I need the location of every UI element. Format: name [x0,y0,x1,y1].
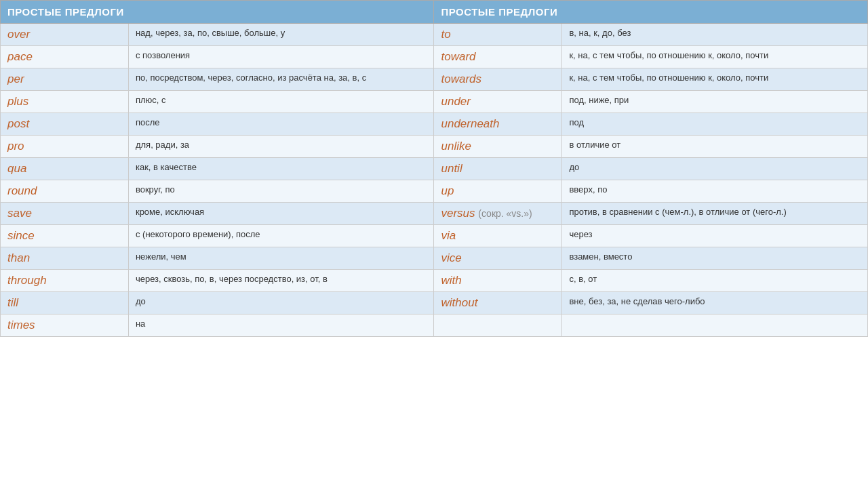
left-translation: на [128,314,434,337]
right-preposition: versus (сокр. «vs.») [434,203,562,225]
left-preposition: round [1,180,129,203]
right-translation [562,314,868,337]
right-preposition: towards [434,68,562,91]
right-translation: вне, без, за, не сделав чего-либо [562,292,868,314]
right-translation: с, в, от [562,270,868,292]
left-preposition: post [1,113,129,136]
right-preposition: with [434,270,562,292]
left-preposition: since [1,225,129,247]
right-preposition: up [434,180,562,203]
right-preposition [434,314,562,337]
right-preposition: unlike [434,136,562,158]
right-translation: в, на, к, до, без [562,24,868,46]
left-translation: как, в качестве [128,158,434,180]
table-row: saveкроме, исключаяversus (сокр. «vs.»)п… [1,203,868,225]
right-translation: в отличие от [562,136,868,158]
right-translation: под, ниже, при [562,91,868,113]
right-translation: вверх, по [562,180,868,203]
left-preposition: till [1,292,129,314]
right-preposition: under [434,91,562,113]
left-preposition: plus [1,91,129,113]
table-row: sinceс (некоторого времени), послеviaчер… [1,225,868,247]
table-row: thanнежели, чемviceвзамен, вместо [1,247,868,270]
left-preposition: qua [1,158,129,180]
right-preposition: toward [434,46,562,68]
right-translation: против, в сравнении с (чем-л.), в отличи… [562,203,868,225]
left-preposition: over [1,24,129,46]
right-preposition: without [434,292,562,314]
table-row: plusплюс, сunderпод, ниже, при [1,91,868,113]
table-row: tillдоwithoutвне, без, за, не сделав чег… [1,292,868,314]
left-translation: через, сквозь, по, в, через посредство, … [128,270,434,292]
left-translation: для, ради, за [128,136,434,158]
left-translation: до [128,292,434,314]
table-row: quaкак, в качествеuntilдо [1,158,868,180]
table-row: perпо, посредством, через, согласно, из … [1,68,868,91]
right-translation: к, на, с тем чтобы, по отношению к, окол… [562,46,868,68]
left-translation: кроме, исключая [128,203,434,225]
right-translation: через [562,225,868,247]
left-translation: с (некоторого времени), после [128,225,434,247]
left-translation: с позволения [128,46,434,68]
right-header: ПРОСТЫЕ ПРЕДЛОГИ [434,1,868,24]
right-preposition: underneath [434,113,562,136]
right-translation: до [562,158,868,180]
prepositions-table: ПРОСТЫЕ ПРЕДЛОГИ ПРОСТЫЕ ПРЕДЛОГИ overна… [0,0,868,337]
right-preposition: via [434,225,562,247]
left-translation: после [128,113,434,136]
table-row: throughчерез, сквозь, по, в, через посре… [1,270,868,292]
table-row: proдля, ради, заunlikeв отличие от [1,136,868,158]
left-preposition: per [1,68,129,91]
left-preposition: through [1,270,129,292]
right-translation: под [562,113,868,136]
table-row: roundвокруг, поupвверх, по [1,180,868,203]
left-preposition: save [1,203,129,225]
table-row: postпослеunderneathпод [1,113,868,136]
left-translation: над, через, за, по, свыше, больше, у [128,24,434,46]
left-preposition: pace [1,46,129,68]
right-preposition: to [434,24,562,46]
left-preposition: times [1,314,129,337]
right-preposition: until [434,158,562,180]
table-row: overнад, через, за, по, свыше, больше, у… [1,24,868,46]
left-translation: нежели, чем [128,247,434,270]
left-preposition: than [1,247,129,270]
table-row: timesна [1,314,868,337]
left-translation: плюс, с [128,91,434,113]
right-translation: взамен, вместо [562,247,868,270]
right-preposition: vice [434,247,562,270]
left-translation: по, посредством, через, согласно, из рас… [128,68,434,91]
table-row: paceс позволенияtowardк, на, с тем чтобы… [1,46,868,68]
right-translation: к, на, с тем чтобы, по отношению к, окол… [562,68,868,91]
left-header: ПРОСТЫЕ ПРЕДЛОГИ [1,1,434,24]
left-translation: вокруг, по [128,180,434,203]
left-preposition: pro [1,136,129,158]
